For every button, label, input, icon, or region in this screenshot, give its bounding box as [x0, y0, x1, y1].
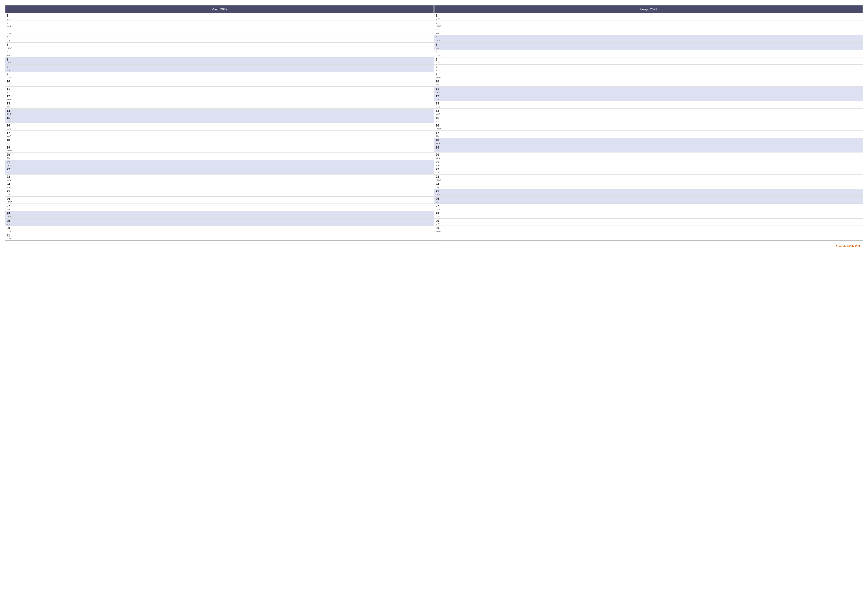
day-entry: 11MIY — [5, 87, 434, 94]
day-entry: 9HUW — [434, 72, 863, 79]
calendar-page: Mayo 20221LIN2LUN3MAR4MIY5HUW6BIY7SAB8LI… — [0, 0, 868, 614]
day-number: 9 — [7, 73, 432, 76]
day-label: SAB — [7, 62, 432, 64]
day-entry: 12HUW — [5, 94, 434, 101]
day-number: 15 — [436, 117, 861, 120]
day-label: LUN — [7, 76, 432, 78]
day-label: LUN — [436, 208, 861, 210]
day-entry: 20BIY — [5, 152, 434, 160]
day-number: 26 — [7, 197, 432, 201]
day-label: HUW — [436, 76, 861, 78]
day-entry: 10MAR — [5, 79, 434, 87]
day-label: SAB — [7, 216, 432, 218]
day-entry: 14SAB — [5, 109, 434, 116]
day-label: SAB — [436, 194, 861, 196]
footer: 7 CALENDAR — [5, 242, 863, 250]
day-number: 1 — [7, 14, 432, 18]
day-number: 3 — [436, 28, 861, 33]
day-label: HUW — [7, 98, 432, 101]
day-number: 29 — [436, 219, 861, 223]
day-entry: 19HUW — [5, 145, 434, 153]
day-number: 22 — [7, 168, 432, 172]
day-label: HUW — [436, 230, 861, 233]
mayo-days: 1LIN2LUN3MAR4MIY5HUW6BIY7SAB8LIN9LUN10MA… — [5, 13, 434, 240]
day-number: 18 — [436, 138, 861, 142]
day-entry: 14MAR — [434, 109, 863, 116]
day-number: 17 — [436, 131, 861, 135]
day-label: MAR — [7, 238, 432, 239]
day-number: 14 — [7, 109, 432, 113]
day-entry: 25SAB — [434, 189, 863, 197]
hunyo-days: 1MIY2HUW3BIY4SAB5LIN6LUN7MAR8MIY9HUW10BI… — [434, 13, 863, 233]
day-number: 11 — [436, 87, 861, 91]
day-entry: 13LUN — [434, 101, 863, 109]
day-label: MIY — [436, 120, 861, 123]
day-entry: 10BIY — [434, 79, 863, 87]
day-number: 1 — [436, 14, 861, 18]
day-label: BIY — [436, 186, 861, 188]
hunyo-header: Hunyo 2022 — [434, 5, 863, 13]
month-hunyo: Hunyo 20221MIY2HUW3BIY4SAB5LIN6LUN7MAR8M… — [434, 5, 863, 241]
day-label: MAR — [436, 113, 861, 115]
day-entry: 24BIY — [434, 182, 863, 190]
day-entry: 4SAB — [434, 36, 863, 43]
day-entry: 31MAR — [5, 233, 434, 241]
day-entry: 21SAB — [5, 160, 434, 167]
day-entry: 17BIY — [434, 131, 863, 138]
day-number: 23 — [436, 175, 861, 179]
day-number: 2 — [436, 21, 861, 25]
months-grid: Mayo 20221LIN2LUN3MAR4MIY5HUW6BIY7SAB8LI… — [5, 5, 863, 241]
day-number: 5 — [436, 43, 861, 47]
day-entry: 22LIN — [5, 167, 434, 174]
day-number: 7 — [7, 58, 432, 62]
day-number: 24 — [436, 182, 861, 187]
day-number: 25 — [436, 190, 861, 194]
day-label: HUW — [7, 47, 432, 49]
mayo-header: Mayo 2022 — [5, 5, 434, 13]
day-number: 31 — [7, 234, 432, 238]
day-entry: 6BIY — [5, 50, 434, 58]
day-number: 23 — [7, 175, 432, 179]
day-entry: 28MAR — [434, 211, 863, 219]
day-label: MAR — [7, 33, 432, 35]
day-number: 2 — [7, 21, 432, 25]
day-number: 16 — [7, 124, 432, 128]
day-entry: 12LIN — [434, 94, 863, 101]
day-number: 30 — [436, 226, 861, 230]
day-entry: 20LUN — [434, 152, 863, 160]
day-label: MIY — [7, 40, 432, 42]
day-number: 24 — [7, 182, 432, 187]
day-label: SAB — [7, 113, 432, 115]
day-label: BIY — [7, 157, 432, 159]
day-label: LUN — [7, 179, 432, 181]
day-number: 6 — [7, 51, 432, 54]
day-label: HUW — [436, 25, 861, 27]
day-entry: 13BIY — [5, 101, 434, 109]
day-number: 17 — [7, 131, 432, 135]
day-label: HUW — [436, 128, 861, 130]
day-entry: 29MIY — [434, 219, 863, 226]
day-number: 27 — [436, 204, 861, 208]
day-number: 26 — [436, 197, 861, 201]
day-number: 12 — [7, 95, 432, 98]
day-number: 11 — [7, 87, 432, 91]
day-label: BIY — [7, 208, 432, 210]
day-number: 30 — [7, 226, 432, 230]
day-number: 27 — [7, 204, 432, 208]
day-entry: 18MIY — [5, 138, 434, 145]
day-number: 8 — [7, 65, 432, 69]
day-label: MAR — [436, 62, 861, 64]
day-entry: 5HUW — [5, 43, 434, 50]
day-label: LUN — [7, 128, 432, 130]
day-entry: 16HUW — [434, 123, 863, 131]
day-entry: 1MIY — [434, 13, 863, 21]
footer-logo: 7 CALENDAR — [835, 243, 860, 248]
day-number: 9 — [436, 73, 861, 76]
day-entry: 24MAR — [5, 182, 434, 190]
day-entry: 27BIY — [5, 204, 434, 211]
day-entry: 16LUN — [5, 123, 434, 131]
day-label: LUN — [436, 106, 861, 108]
day-entry: 6LUN — [434, 50, 863, 58]
month-mayo: Mayo 20221LIN2LUN3MAR4MIY5HUW6BIY7SAB8LI… — [5, 5, 434, 241]
footer-icon: 7 — [835, 243, 837, 248]
